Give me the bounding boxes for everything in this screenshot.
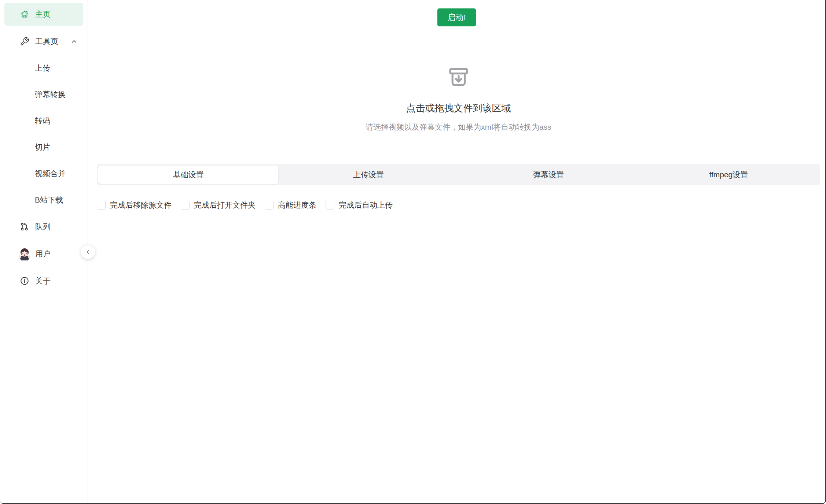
tab-basic-settings[interactable]: 基础设置 [98,166,278,184]
sidebar-item-queue[interactable]: 队列 [4,215,83,238]
checkbox-label: 完成后自动上传 [339,200,393,210]
sidebar-item-label: 用户 [35,249,51,259]
sidebar-item-label: 关于 [35,276,51,286]
start-row: 启动! [88,8,825,26]
checkbox-label: 高能进度条 [278,200,316,210]
dropzone-title: 点击或拖拽文件到该区域 [406,102,511,115]
sidebar-item-tools[interactable]: 工具页 [4,30,83,53]
checkbox-box[interactable] [97,201,106,210]
checkbox-open-folder-after[interactable]: 完成后打开文件夹 [181,200,256,210]
sidebar-subitem-video-merge[interactable]: 视频合并 [4,162,83,185]
sidebar-subitem-label: 弹幕转换 [35,89,66,100]
sidebar-subitem-transcode[interactable]: 转码 [4,110,83,132]
app-window: 主页 工具页 上传 弹幕转换 转码 切片 [0,0,826,504]
info-icon [20,276,29,286]
settings-tabbar: 基础设置 上传设置 弹幕设置 ffmpeg设置 [97,164,820,185]
sidebar-subitem-label: 视频合并 [35,168,66,179]
sidebar-collapse-button[interactable] [81,245,95,259]
sidebar-item-user[interactable]: 用户 [4,242,83,265]
tab-ffmpeg-settings[interactable]: ffmpeg设置 [639,166,819,184]
checkbox-label: 完成后移除源文件 [110,200,172,210]
dropzone-subtitle: 请选择视频以及弹幕文件，如果为xml将自动转换为ass [366,122,551,132]
file-dropzone[interactable]: 点击或拖拽文件到该区域 请选择视频以及弹幕文件，如果为xml将自动转换为ass [97,38,820,159]
avatar [18,247,31,260]
checkbox-high-energy-progress[interactable]: 高能进度条 [265,200,316,210]
tab-danmaku-settings[interactable]: 弹幕设置 [459,166,639,184]
sidebar: 主页 工具页 上传 弹幕转换 转码 切片 [0,0,88,503]
checkbox-box[interactable] [326,201,334,210]
chevron-left-icon [84,248,92,256]
sidebar-subitem-label: B站下载 [35,195,63,205]
sidebar-subitem-label: 切片 [35,142,50,152]
queue-icon [20,222,29,231]
chevron-up-icon [70,37,78,45]
sidebar-subitem-slice[interactable]: 切片 [4,136,83,159]
sidebar-item-label: 主页 [35,9,51,19]
checkbox-auto-upload-after[interactable]: 完成后自动上传 [326,200,393,210]
sidebar-subitem-danmaku-convert[interactable]: 弹幕转换 [4,83,83,106]
checkbox-box[interactable] [265,201,274,210]
sidebar-item-about[interactable]: 关于 [4,270,83,292]
checkbox-remove-source-after[interactable]: 完成后移除源文件 [97,200,172,210]
sidebar-item-home[interactable]: 主页 [4,3,83,26]
sidebar-subitem-bilibili-download[interactable]: B站下载 [4,189,83,211]
basic-settings-panel: 完成后移除源文件 完成后打开文件夹 高能进度条 完成后自动上传 [97,200,820,210]
sidebar-subitem-upload[interactable]: 上传 [4,57,83,79]
main-content: 启动! 点击或拖拽文件到该区域 请选择视频以及弹幕文件，如果为xml将自动转换为… [88,0,825,503]
sidebar-subitem-label: 上传 [35,63,50,73]
home-icon [20,10,29,19]
checkbox-label: 完成后打开文件夹 [194,200,256,210]
tab-upload-settings[interactable]: 上传设置 [278,166,458,184]
start-button[interactable]: 启动! [437,8,476,26]
archive-download-icon [447,65,471,89]
checkbox-box[interactable] [181,201,190,210]
sidebar-item-label: 队列 [35,222,51,232]
sidebar-subitem-label: 转码 [35,116,50,126]
sidebar-item-label: 工具页 [35,36,58,47]
wrench-icon [20,37,29,46]
